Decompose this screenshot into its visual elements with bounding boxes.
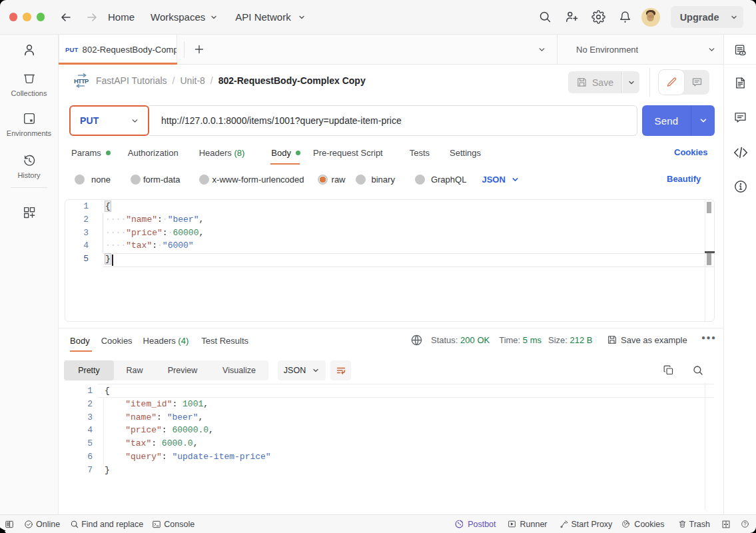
- svg-text:HTTP: HTTP: [74, 77, 89, 85]
